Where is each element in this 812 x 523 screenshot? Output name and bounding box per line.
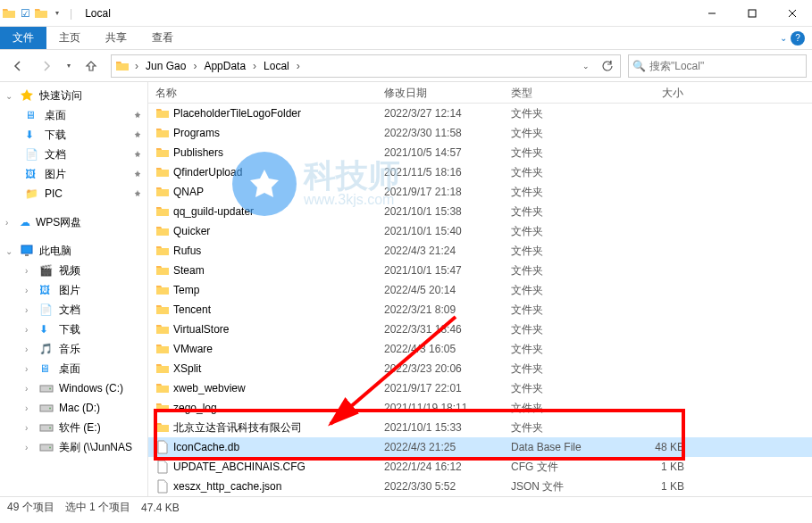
file-row[interactable]: Steam2021/10/1 15:47文件夹 <box>148 261 812 280</box>
file-row[interactable]: zego_log2021/11/19 18:11文件夹 <box>148 398 812 418</box>
folder-icon <box>155 263 170 278</box>
expand-icon[interactable]: ⌄ <box>5 246 14 256</box>
expand-icon[interactable]: › <box>25 443 34 452</box>
expand-icon[interactable]: › <box>25 325 34 335</box>
file-row[interactable]: IconCache.db2022/4/3 21:25Data Base File… <box>148 437 812 457</box>
sidebar-item[interactable]: ›⬇下载 <box>0 320 147 339</box>
file-row[interactable]: Publishers2021/10/5 14:57文件夹 <box>148 143 812 162</box>
sidebar-wps[interactable]: › ☁ WPS网盘 <box>0 212 147 232</box>
sidebar-this-pc[interactable]: ⌄ 此电脑 <box>0 241 147 261</box>
ribbon-expand-icon[interactable]: ⌄ <box>780 33 787 43</box>
file-row[interactable]: Temp2022/4/5 20:14文件夹 <box>148 280 812 300</box>
sidebar-item[interactable]: ›🖼图片 <box>0 280 147 300</box>
file-row[interactable]: PlaceholderTileLogoFolder2022/3/27 12:14… <box>148 104 812 123</box>
file-row[interactable]: QNAP2021/9/17 21:18文件夹 <box>148 182 812 202</box>
expand-icon[interactable]: › <box>25 384 34 394</box>
expand-icon[interactable]: › <box>5 218 14 228</box>
sidebar-item[interactable]: ›软件 (E:) <box>0 418 147 437</box>
folder-icon <box>155 204 170 219</box>
forward-button[interactable] <box>34 54 59 79</box>
sidebar-item[interactable]: ›🖥桌面 <box>0 359 147 378</box>
expand-icon[interactable]: › <box>25 345 34 354</box>
chevron-right-icon[interactable]: › <box>249 60 260 72</box>
refresh-button[interactable] <box>597 55 618 77</box>
ribbon-tab-home[interactable]: 主页 <box>46 27 93 49</box>
expand-icon[interactable]: ⌄ <box>5 91 14 101</box>
sidebar-item[interactable]: ›Windows (C:) <box>0 378 147 398</box>
music-icon: 🎵 <box>39 343 54 355</box>
folder-icon <box>155 322 170 336</box>
expand-icon[interactable]: › <box>25 423 34 433</box>
close-button[interactable] <box>772 0 812 27</box>
address-bar[interactable]: › Jun Gao › AppData › Local › ⌄ <box>111 54 621 78</box>
column-type[interactable]: 类型 <box>504 82 611 103</box>
sidebar-item[interactable]: ›📄文档 <box>0 300 147 320</box>
search-box[interactable]: 🔍 <box>628 54 807 78</box>
pictures-icon: 🖼 <box>25 168 39 180</box>
desktop-icon: 🖥 <box>39 362 54 375</box>
folder-icon <box>34 6 48 21</box>
expand-icon[interactable]: › <box>25 266 34 276</box>
pin-icon <box>133 189 142 198</box>
column-name[interactable]: 名称 <box>148 82 377 103</box>
drive-icon <box>39 420 54 435</box>
help-icon[interactable]: ? <box>791 31 805 46</box>
file-row[interactable]: Quicker2021/10/1 15:40文件夹 <box>148 221 812 241</box>
column-size[interactable]: 大小 <box>611 82 691 103</box>
file-row[interactable]: 北京立达音讯科技有限公司2021/10/1 15:33文件夹 <box>148 418 812 437</box>
file-row[interactable]: Programs2022/3/30 11:58文件夹 <box>148 123 812 143</box>
file-list: 名称 修改日期 类型 大小 PlaceholderTileLogoFolder2… <box>148 82 812 496</box>
file-row[interactable]: QfinderUpload2021/11/5 18:16文件夹 <box>148 162 812 182</box>
sidebar-quick-access[interactable]: ⌄ 快速访问 <box>0 86 147 105</box>
minimize-button[interactable] <box>691 0 732 27</box>
up-button[interactable] <box>79 54 104 79</box>
expand-icon[interactable]: › <box>25 305 34 315</box>
address-dropdown[interactable]: ⌄ <box>575 55 597 77</box>
breadcrumb-segment[interactable]: AppData <box>200 55 249 77</box>
pin-icon <box>133 150 142 159</box>
expand-icon[interactable]: › <box>25 286 34 295</box>
expand-icon[interactable]: › <box>25 364 34 374</box>
file-row[interactable]: Tencent2022/3/21 8:09文件夹 <box>148 300 812 320</box>
file-row[interactable]: VMware2022/4/3 16:05文件夹 <box>148 339 812 359</box>
file-row[interactable]: VirtualStore2022/3/31 18:46文件夹 <box>148 320 812 339</box>
breadcrumb-segment[interactable]: Jun Gao <box>142 55 189 77</box>
file-row[interactable]: xweb_webview2021/9/17 22:01文件夹 <box>148 378 812 398</box>
sidebar-item[interactable]: ›Mac (D:) <box>0 398 147 418</box>
folder-icon <box>155 106 170 120</box>
status-item-count: 49 个项目 <box>7 500 54 515</box>
file-row[interactable]: Rufus2022/4/3 21:24文件夹 <box>148 241 812 261</box>
sidebar-item[interactable]: 🖼图片 <box>0 164 147 184</box>
qat-properties-icon[interactable]: ☑ <box>18 6 32 21</box>
qat-dropdown-icon[interactable]: ▾ <box>50 6 64 21</box>
recent-dropdown[interactable]: ▾ <box>63 54 75 79</box>
sidebar-item[interactable]: 📁PIC <box>0 184 147 203</box>
file-row[interactable]: UPDATE_ABCHINAIS.CFG2022/1/24 16:12CFG 文… <box>148 457 812 477</box>
sidebar-item[interactable]: ›🎬视频 <box>0 261 147 280</box>
cloud-icon: ☁ <box>20 216 30 228</box>
search-icon: 🔍 <box>632 60 646 72</box>
folder-icon <box>155 303 170 317</box>
ribbon-tab-view[interactable]: 查看 <box>139 27 186 49</box>
file-row[interactable]: xeszx_http_cache.json2022/3/30 5:52JSON … <box>148 477 812 496</box>
ribbon-file-tab[interactable]: 文件 <box>0 27 46 49</box>
column-date[interactable]: 修改日期 <box>377 82 504 103</box>
back-button[interactable] <box>5 54 30 79</box>
file-row[interactable]: qq_guild-updater2021/10/1 15:38文件夹 <box>148 202 812 221</box>
maximize-button[interactable] <box>732 0 772 27</box>
sidebar-item[interactable]: ⬇下载 <box>0 125 147 145</box>
chevron-right-icon[interactable]: › <box>189 60 200 72</box>
folder-icon: 📁 <box>25 187 39 200</box>
breadcrumb-segment[interactable]: Local <box>260 55 293 77</box>
chevron-right-icon[interactable]: › <box>131 60 142 72</box>
chevron-right-icon[interactable]: › <box>293 60 304 72</box>
sidebar-item[interactable]: 📄文档 <box>0 145 147 164</box>
expand-icon[interactable]: › <box>25 403 34 413</box>
file-row[interactable]: XSplit2022/3/23 20:06文件夹 <box>148 359 812 378</box>
sidebar-item[interactable]: ›🎵音乐 <box>0 339 147 359</box>
sidebar-item[interactable]: ›美刷 (\\JunNAS <box>0 437 147 457</box>
ribbon-tab-share[interactable]: 共享 <box>93 27 139 49</box>
sidebar-item[interactable]: 🖥桌面 <box>0 105 147 125</box>
pin-icon <box>133 111 142 120</box>
search-input[interactable] <box>649 60 802 72</box>
